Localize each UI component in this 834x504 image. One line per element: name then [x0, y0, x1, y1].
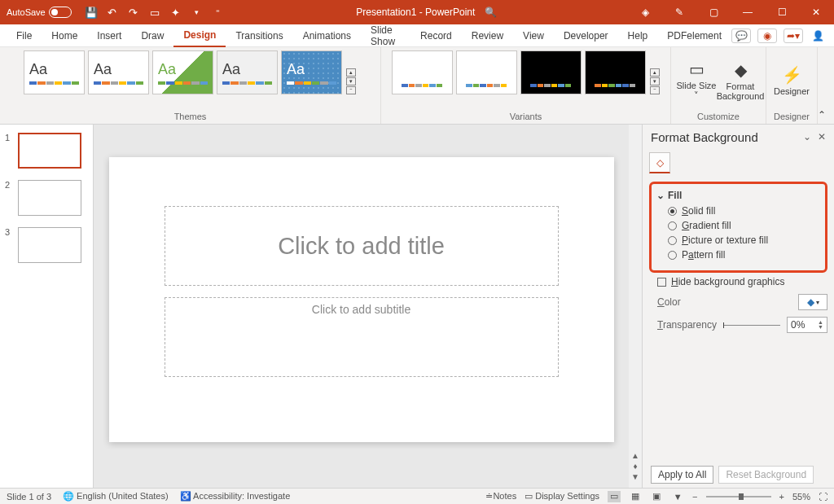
title-bar: AutoSave 💾 ↶ ↷ ▭ ✦ ▾ ⁼ Presentation1 - P…: [0, 0, 834, 24]
tab-animations[interactable]: Animations: [293, 24, 361, 47]
thumb-num-3: 3: [5, 227, 13, 237]
fill-options-highlight: ⌄Fill Solid fill Gradient fill Picture o…: [649, 182, 827, 273]
theme-2[interactable]: Aa: [88, 50, 149, 94]
tab-transitions[interactable]: Transitions: [226, 24, 292, 47]
variant-4[interactable]: [585, 50, 646, 94]
wand-icon[interactable]: ✦: [169, 6, 182, 19]
radio-pattern-fill[interactable]: Pattern fill: [656, 248, 820, 262]
comments-icon[interactable]: 💬: [731, 28, 751, 43]
fill-section-toggle[interactable]: ⌄Fill: [656, 187, 820, 204]
theme-4[interactable]: Aa: [217, 50, 278, 94]
redo-icon[interactable]: ↷: [127, 6, 140, 19]
zoom-slider[interactable]: [706, 496, 771, 497]
variants-more[interactable]: ▴▾⁼: [649, 50, 661, 94]
zoom-in-icon[interactable]: +: [779, 492, 784, 502]
maximize-button[interactable]: ☐: [766, 0, 798, 24]
slide-thumb-1[interactable]: [18, 133, 81, 169]
radio-solid-fill[interactable]: Solid fill: [656, 204, 820, 218]
radio-gradient-fill[interactable]: Gradient fill: [656, 218, 820, 233]
user-icon[interactable]: 👤: [810, 28, 826, 44]
ribbon-tabs: File Home Insert Draw Design Transitions…: [0, 24, 834, 47]
normal-view-icon[interactable]: ▭: [608, 491, 621, 502]
zoom-out-icon[interactable]: −: [692, 492, 697, 502]
status-accessibility[interactable]: ♿ Accessibility: Investigate: [180, 491, 291, 502]
fit-window-icon[interactable]: ⛶: [819, 492, 827, 502]
radio-picture-fill[interactable]: Picture or texture fill: [656, 233, 820, 248]
tab-insert[interactable]: Insert: [87, 24, 131, 47]
transparency-input[interactable]: 0%▲▼: [787, 317, 827, 333]
save-icon[interactable]: 💾: [85, 6, 98, 19]
transparency-slider[interactable]: [723, 325, 780, 326]
minimize-button[interactable]: —: [731, 0, 764, 24]
color-label: Color: [657, 296, 716, 308]
theme-5[interactable]: Aa: [281, 50, 342, 94]
variant-2[interactable]: [456, 50, 517, 94]
present-icon[interactable]: ▭: [148, 6, 161, 19]
qat-more-icon[interactable]: ▾: [191, 6, 204, 19]
status-slide-pos[interactable]: Slide 1 of 3: [7, 492, 51, 502]
undo-icon[interactable]: ↶: [106, 6, 119, 19]
tab-file[interactable]: File: [7, 24, 42, 47]
slide-thumb-3[interactable]: [18, 227, 81, 263]
pane-close-icon[interactable]: ✕: [818, 131, 826, 142]
status-notes[interactable]: ≐Notes: [485, 491, 516, 502]
fill-tab-icon[interactable]: ◇: [649, 152, 670, 173]
window-title: Presentation1 - PowerPoint: [356, 7, 475, 18]
slideshow-view-icon[interactable]: ▼: [671, 491, 684, 502]
reading-view-icon[interactable]: ▣: [650, 491, 663, 502]
reset-background-button: Reset Background: [718, 466, 814, 484]
apply-to-all-button[interactable]: Apply to All: [651, 466, 713, 484]
tab-draw[interactable]: Draw: [131, 24, 173, 47]
slide-thumb-2[interactable]: [18, 180, 81, 216]
tab-review[interactable]: Review: [462, 24, 513, 47]
variant-1[interactable]: [392, 50, 453, 94]
tab-pdfelement[interactable]: PDFelement: [657, 24, 731, 47]
theme-1[interactable]: Aa: [24, 50, 85, 94]
format-background-button[interactable]: ◆Format Background: [720, 60, 761, 101]
theme-3[interactable]: Aa: [152, 50, 213, 94]
slide-thumbnails: 1 2 3: [0, 125, 94, 488]
status-language[interactable]: 🌐 English (United States): [63, 491, 169, 502]
variants-group-label: Variants: [510, 110, 542, 124]
slide-canvas[interactable]: Click to add title Click to add subtitle: [109, 157, 614, 442]
editor-scroll-arrows[interactable]: ▲♦▼: [629, 125, 642, 488]
status-display[interactable]: ▭ Display Settings: [525, 491, 599, 502]
pane-options-icon[interactable]: ⌄: [803, 131, 811, 142]
slide-editor[interactable]: Click to add title Click to add subtitle: [94, 125, 629, 488]
tab-help[interactable]: Help: [618, 24, 658, 47]
sorter-view-icon[interactable]: ▦: [629, 491, 642, 502]
tab-design[interactable]: Design: [173, 24, 226, 47]
collapse-ribbon-icon[interactable]: ⌃: [818, 109, 834, 124]
format-background-pane: Format Background ⌄ ✕ ◇ ⌄Fill Solid fill…: [642, 125, 834, 488]
tab-home[interactable]: Home: [42, 24, 87, 47]
qat-customize-icon[interactable]: ⁼: [212, 6, 225, 19]
tab-view[interactable]: View: [513, 24, 554, 47]
record-icon[interactable]: ◉: [757, 28, 777, 43]
brush-icon[interactable]: ✎: [663, 0, 696, 24]
slide-size-button[interactable]: ▭Slide Size ˅: [676, 59, 717, 101]
zoom-level[interactable]: 55%: [792, 492, 810, 502]
thumb-num-2: 2: [5, 180, 13, 190]
transparency-label: Transparency: [657, 319, 717, 331]
tab-slideshow[interactable]: Slide Show: [361, 24, 410, 47]
variant-3[interactable]: [520, 50, 582, 94]
designer-group-label: Designer: [774, 110, 810, 124]
tab-developer[interactable]: Developer: [554, 24, 618, 47]
search-icon[interactable]: 🔍: [485, 7, 497, 18]
pane-title: Format Background: [651, 130, 758, 144]
color-picker[interactable]: ◆▾: [798, 294, 827, 310]
thumb-num-1: 1: [5, 133, 13, 142]
hide-bg-checkbox[interactable]: Hide background graphics: [649, 273, 827, 291]
title-placeholder[interactable]: Click to add title: [165, 206, 559, 286]
designer-button[interactable]: ⚡Designer: [771, 65, 812, 96]
ribbon-display-icon[interactable]: ▢: [697, 0, 730, 24]
close-button[interactable]: ✕: [800, 0, 832, 24]
diamond-icon[interactable]: ◈: [629, 0, 661, 24]
tab-record[interactable]: Record: [410, 24, 462, 47]
share-icon[interactable]: ➦▾: [784, 28, 803, 43]
themes-more[interactable]: ▴▾⁼: [345, 50, 357, 94]
ribbon: Aa Aa Aa Aa Aa ▴▾⁼ Themes ▴▾⁼ Variants ▭…: [0, 47, 834, 125]
autosave-toggle[interactable]: AutoSave: [7, 7, 72, 18]
main-area: 1 2 3 Click to add title Click to add su…: [0, 125, 834, 488]
subtitle-placeholder[interactable]: Click to add subtitle: [165, 297, 559, 377]
